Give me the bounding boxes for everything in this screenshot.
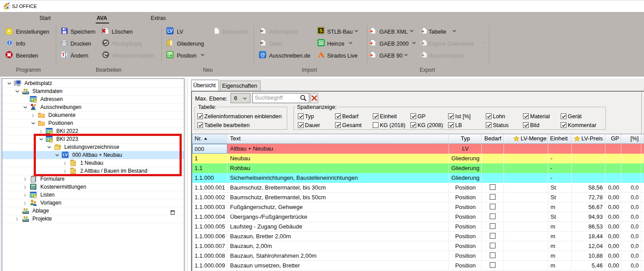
svg-text:T: T: [62, 51, 65, 58]
svg-text:P: P: [168, 52, 172, 57]
svg-text:@: @: [260, 52, 265, 58]
svg-text:S: S: [319, 28, 323, 33]
svg-text:LV: LV: [167, 29, 172, 34]
